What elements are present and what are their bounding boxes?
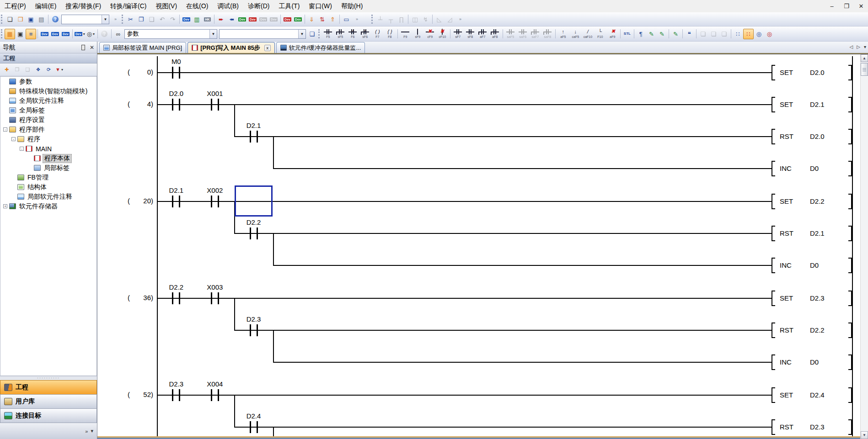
monitor-screen-button[interactable]: ▭ <box>341 14 352 25</box>
print-button[interactable]: ▤ <box>36 14 47 25</box>
nav-tab-用户库[interactable]: 用户库 <box>0 394 97 408</box>
contact-bar[interactable] <box>179 67 180 79</box>
contact-bar[interactable] <box>179 196 180 207</box>
watch-window-2-button[interactable]: ◎ <box>764 29 775 39</box>
tree-item-FB[interactable]: FB管理 <box>0 173 96 182</box>
contact-bar[interactable] <box>172 292 173 304</box>
contact-bar[interactable] <box>172 99 173 111</box>
contact-bar[interactable] <box>257 131 258 143</box>
invert-result-tool[interactable]: /caF10 <box>582 27 594 41</box>
instruction-opcode[interactable]: RST <box>780 423 793 431</box>
ladder-editor[interactable]: (0)M0SETD2.0(4)D2.0X001SETD2.1D2.1RSTD2.… <box>97 54 868 439</box>
nav-sort-button[interactable]: ▼▾ <box>54 64 64 75</box>
pulse-conversion-tool[interactable]: ↑aF5 <box>557 27 569 41</box>
tab-list-icon[interactable]: ▾ <box>864 44 866 49</box>
contact-bar[interactable] <box>179 389 180 401</box>
close-icon[interactable]: ✕ <box>90 44 94 51</box>
instruction-operand[interactable]: D2.1 <box>810 229 825 237</box>
inline-st-monitor-button[interactable]: ∷ <box>743 29 754 39</box>
open-contact-or-tool[interactable]: sF5 <box>334 27 347 41</box>
monitor-resume-button[interactable]: Dev <box>268 14 279 25</box>
contact-bar[interactable] <box>250 421 251 433</box>
contact-bar[interactable] <box>257 227 258 239</box>
nav-tab-工程[interactable]: 工程 <box>0 380 97 394</box>
contact-bar[interactable] <box>218 99 219 111</box>
menu-f[interactable]: 搜索/替换(F) <box>61 1 106 11</box>
tree-item-[interactable]: 程序本体 <box>0 153 96 163</box>
instruction-opcode[interactable]: SET <box>780 294 793 302</box>
program-write-button[interactable]: ⇓ <box>306 14 317 25</box>
nav-data-copy-button[interactable]: ❖ <box>33 64 43 75</box>
new-project-button[interactable]: ❏ <box>5 14 15 25</box>
nav-copy-button[interactable]: ❐ <box>12 64 22 75</box>
tab-scroll-right-icon[interactable]: ▷ <box>857 44 860 49</box>
instruction-opcode[interactable]: INC <box>780 164 792 172</box>
ladder-cursor-cell[interactable] <box>235 185 273 217</box>
falling-pulse-close-or-tool[interactable]: ↓saF8 <box>541 27 554 41</box>
instruction-opcode[interactable]: INC <box>780 358 792 366</box>
statement-note-batch-edit-button[interactable]: ✎ <box>657 29 667 39</box>
tab-3[interactable]: 软元件/缓冲存储器批量监... <box>276 42 365 53</box>
intelligent-module-button[interactable]: ▣ <box>15 29 26 39</box>
menu-c[interactable]: 转换/编译(C) <box>106 1 151 11</box>
tree-item-[interactable]: 全局标签 <box>0 106 96 115</box>
contact-bar[interactable] <box>179 99 180 111</box>
instruction-opcode[interactable]: SET <box>780 197 793 205</box>
contact-bar[interactable] <box>218 196 219 207</box>
instruction-opcode[interactable]: RST <box>780 326 793 334</box>
nav-new-button[interactable]: ✚ <box>1 64 12 75</box>
comment-display-toggle[interactable]: ≡ <box>26 29 36 39</box>
instruction-opcode[interactable]: SET <box>780 391 793 399</box>
device-edit-button[interactable]: Dev <box>293 14 303 25</box>
delete-line-tool[interactable]: ✖aF9 <box>606 27 619 41</box>
tree-item-[interactable]: +软元件存储器 <box>0 201 96 211</box>
coil-tool[interactable]: ( )F7 <box>371 27 384 41</box>
program-verify-button[interactable]: ⇅ <box>317 14 327 25</box>
toolbar-overflow-chevron-2[interactable]: » <box>352 14 362 25</box>
vertical-line-tool[interactable]: sF9 <box>412 27 424 41</box>
copy-button[interactable]: ❐ <box>136 14 146 25</box>
menu-p[interactable]: 工程(P) <box>0 1 31 11</box>
context-help-button[interactable]: ? <box>99 29 110 39</box>
toolbar-overflow-chevron-3[interactable]: » <box>455 14 466 25</box>
tree-item-[interactable]: 全局软元件注释 <box>0 96 96 106</box>
tree-item-MAIN[interactable]: -MAIN <box>0 144 96 153</box>
note-edit-button[interactable]: ✎ <box>646 29 657 39</box>
menu-h[interactable]: 帮助(H) <box>337 1 367 11</box>
ladder-edit-tool-1[interactable]: ┴ <box>375 14 386 25</box>
closed-contact-or-tool[interactable]: /sF6 <box>359 27 371 41</box>
instruction-operand[interactable]: D2.4 <box>810 391 825 399</box>
tab-1[interactable]: 局部标签设置 MAIN [PRG] <box>99 42 186 53</box>
menu-e[interactable]: 编辑(E) <box>31 1 61 11</box>
tree-item-[interactable]: -程序部件 <box>0 125 96 134</box>
rising-pulse-tool[interactable]: ↑sF7 <box>452 27 464 41</box>
instruction-operand[interactable]: D2.0 <box>810 69 825 76</box>
instruction-operand[interactable]: D2.0 <box>810 132 825 140</box>
minimize-icon[interactable]: – <box>828 3 836 10</box>
program-read-button[interactable]: ⇑ <box>327 14 338 25</box>
device-memory-button[interactable]: Dev <box>50 29 60 39</box>
inline-st-display-button[interactable]: ∷ <box>733 29 743 39</box>
close-window-icon[interactable]: ✕ <box>857 3 865 10</box>
tree-item-[interactable]: 局部软元件注释 <box>0 192 96 201</box>
print-preview-button[interactable]: ❏ <box>307 29 317 39</box>
nav-tab-连接目标[interactable]: 连接目标 <box>0 408 97 423</box>
find-text-combo[interactable]: ▼ <box>219 29 306 39</box>
expand-icon[interactable]: + <box>3 204 7 208</box>
instruction-operand[interactable]: D2.1 <box>810 100 825 108</box>
device-comment-button[interactable]: Dev <box>39 29 50 39</box>
contact-bar[interactable] <box>172 67 173 79</box>
device-find-menu-button[interactable]: ◎▾ <box>86 29 96 39</box>
tab-2[interactable]: [PRG]写入 MAIN 85步x <box>188 42 275 53</box>
falling-pulse-tool[interactable]: ↓sF8 <box>464 27 477 41</box>
contact-bar[interactable] <box>211 389 212 401</box>
collapse-icon[interactable]: - <box>11 137 16 141</box>
instruction-operand[interactable]: D0 <box>810 358 819 366</box>
contact-bar[interactable] <box>250 324 251 336</box>
contact-bar[interactable] <box>172 389 173 401</box>
instruction-operand[interactable]: D0 <box>810 261 819 269</box>
instruction-operand[interactable]: D0 <box>810 164 819 172</box>
crossref-window-button[interactable]: ▥ <box>192 14 202 25</box>
restore-icon[interactable]: ❐ <box>842 3 851 10</box>
delete-vertical-line-tool[interactable]: ✖cF10 <box>436 27 449 41</box>
